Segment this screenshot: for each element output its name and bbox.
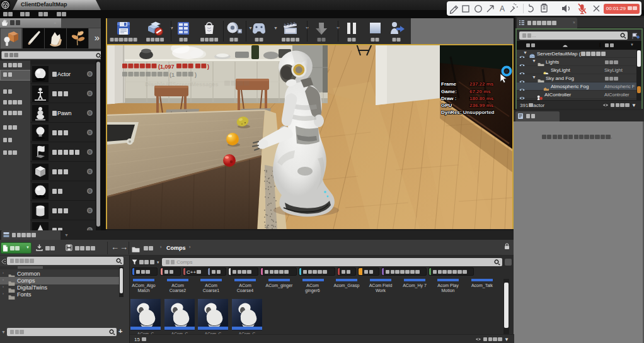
svg-text:): ) <box>195 72 197 78</box>
svg-text:A: A <box>500 4 505 13</box>
svg-text:(1: (1 <box>170 72 175 78</box>
svg-text:Frame: Frame <box>441 81 457 87</box>
svg-text:237.22 ms: 237.22 ms <box>469 81 494 87</box>
svg-text:(1,097: (1,097 <box>158 64 175 70</box>
svg-text:Draw :: Draw : <box>441 96 456 101</box>
svg-text:236.99 ms: 236.99 ms <box>469 103 494 108</box>
svg-text:GPU: GPU <box>441 103 452 108</box>
svg-text:67.20 ms: 67.20 ms <box>469 89 491 94</box>
svg-text:Game:: Game: <box>441 89 457 94</box>
svg-text:DynRes: Unsupported: DynRes: Unsupported <box>441 110 495 115</box>
svg-text:DisableAllScreenMessages: DisableAllScreenMessages <box>145 81 219 87</box>
svg-text:): ) <box>207 64 209 70</box>
svg-text:180.80 ms: 180.80 ms <box>469 96 494 101</box>
